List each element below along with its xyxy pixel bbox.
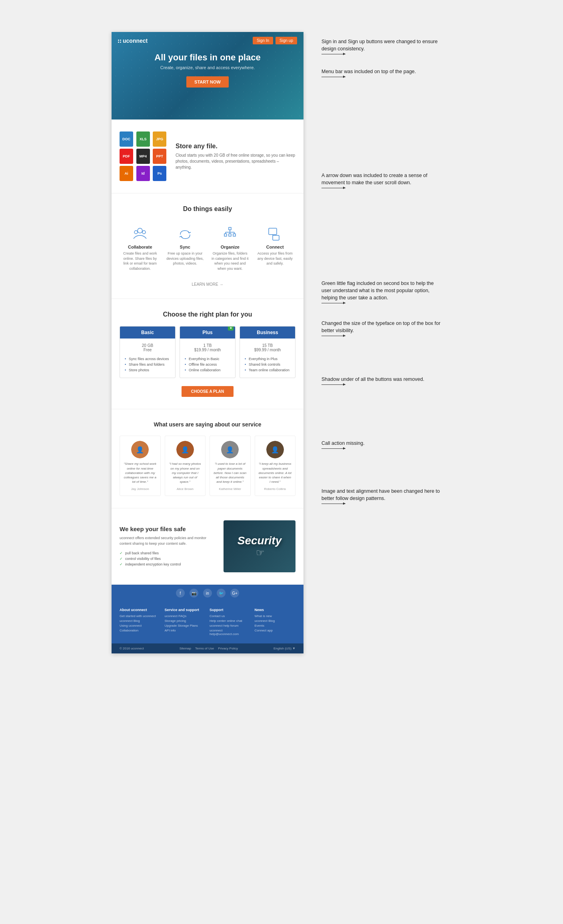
footer-link[interactable]: uconnect help forum (210, 624, 251, 627)
choose-plan-button[interactable]: CHOOSE A PLAN (182, 386, 234, 397)
features-grid: Collaborate Create files and work online… (120, 222, 295, 274)
footer-link[interactable]: Events (255, 624, 296, 627)
footer-link[interactable]: Storage pricing (165, 619, 206, 623)
footer-col-about-title: About uconnect (120, 608, 161, 612)
avatar-1: 👤 (131, 441, 149, 458)
pricing-body-basic: 20 GB Free Sync files across devices Sha… (120, 339, 175, 378)
features-section: Do things easily Collaborate Create file… (112, 193, 303, 299)
footer-col-service: Service and support uconnect FAQs Storag… (165, 608, 206, 637)
pricing-feature: Online collaboration (185, 367, 230, 373)
linkedin-icon[interactable]: in (203, 589, 212, 597)
footer-col-about: About uconnect Get started with uconnect… (120, 608, 161, 637)
testimonial-text-4: "I keep all my business spreadsheets and… (258, 462, 292, 484)
footer-link[interactable]: Collaboration (120, 629, 161, 632)
features-title: Do things easily (120, 205, 295, 213)
testimonial-card-4: 👤 "I keep all my business spreadsheets a… (255, 436, 296, 496)
sync-icon (175, 225, 195, 241)
file-icon-xls: XLS (136, 131, 150, 147)
footer-language[interactable]: English (US) ▼ (274, 647, 295, 650)
footer-link[interactable]: Using uconnect (120, 624, 161, 627)
pricing-card-plus: Plus ★ 1 TB $19.99 / month Everything in… (180, 326, 236, 378)
footer-link[interactable]: API info (165, 629, 206, 632)
footer-link[interactable]: uconnect Blog (255, 619, 296, 623)
avatar-4: 👤 (266, 441, 284, 458)
security-title: We keep your files safe (120, 526, 216, 532)
avatar-3: 👤 (221, 441, 239, 458)
svg-point-2 (142, 231, 146, 234)
svg-rect-13 (273, 235, 279, 240)
annotation-3: A arrow down was included to create a se… (321, 172, 441, 188)
annotation-7-text: Call action missing. (321, 440, 441, 447)
header-section: uconnect Sign In Sign up All your files … (112, 32, 303, 119)
connect-desc: Access your files from any device fast, … (256, 251, 294, 266)
security-image-text: Security (238, 534, 282, 547)
file-icon-ppt: PPT (153, 149, 166, 164)
pricing-title: Choose the right plan for you (120, 311, 295, 318)
footer-link[interactable]: uconnect Blog (120, 619, 161, 623)
facebook-icon[interactable]: f (176, 589, 185, 597)
learn-more-link[interactable]: LEARN MORE → (120, 282, 295, 287)
svg-point-0 (138, 228, 142, 233)
security-image: Security ☞ (224, 520, 295, 572)
footer-sitemap-link[interactable]: Sitemap (180, 647, 191, 650)
logo-text: uconnect (123, 38, 148, 44)
footer-link[interactable]: Contact us (210, 614, 251, 618)
pricing-features-business: Everything in Plus Shared link controls … (245, 356, 290, 373)
pricing-feature: Sync files across devices (125, 356, 170, 362)
testimonials-title: What users are saying about our service (120, 421, 295, 428)
testimonial-text-1: "Share my school work online for real-ti… (123, 462, 157, 484)
footer-bottom-links: Sitemap Terms of Use Privacy Policy (180, 647, 238, 650)
file-icon-pdf: PDF (120, 149, 133, 164)
pricing-feature: Everything in Basic (185, 356, 230, 362)
annotation-4: Green little flag included on second box… (321, 280, 441, 303)
annotation-4-text: Green little flag included on second box… (321, 280, 441, 301)
file-icons-grid: DOC XLS JPG PDF MP4 PPT Ai Id Ps (120, 131, 168, 181)
footer-link[interactable]: Connect app (255, 629, 296, 632)
store-section: DOC XLS JPG PDF MP4 PPT Ai Id Ps Store a… (112, 119, 303, 193)
footer-links: About uconnect Get started with uconnect… (112, 601, 303, 643)
hero-content: All your files in one place Create, orga… (118, 52, 297, 88)
testimonial-text-2: "I had so many photos on my phone and on… (168, 462, 202, 484)
footer-link[interactable]: Upgrade Storage Plans (165, 624, 206, 627)
footer-terms-link[interactable]: Terms of Use (195, 647, 214, 650)
annotation-6-text: Shadow under of all the buttons was remo… (321, 376, 441, 383)
footer-col-support: Support Contact us Help center online ch… (210, 608, 251, 637)
pricing-card-basic: Basic 20 GB Free Sync files across devic… (120, 326, 176, 378)
pricing-features-basic: Sync files across devices Share files an… (125, 356, 170, 373)
annotation-1: Sign in and Sign up buttons were changed… (321, 38, 441, 54)
connect-icon (265, 225, 285, 241)
testimonial-name-3: Katherine Miller (213, 487, 247, 491)
pricing-section: Choose the right plan for you Basic 20 G… (112, 299, 303, 409)
security-feature-1: pull back shared files (120, 550, 216, 556)
pricing-feature: Everything in Plus (245, 356, 290, 362)
googleplus-icon[interactable]: G+ (230, 589, 239, 597)
svg-rect-4 (224, 234, 227, 236)
twitter-icon[interactable]: 🐦 (217, 589, 226, 597)
footer-link[interactable]: uconnect FAQs (165, 614, 206, 618)
file-icon-mp4: MP4 (136, 149, 150, 164)
security-feature-3: independent encryption key control (120, 562, 216, 567)
footer-privacy-link[interactable]: Privacy Policy (218, 647, 238, 650)
signup-button[interactable]: Sign up (276, 37, 297, 44)
pricing-price-plus: 1 TB $19.99 / month (185, 343, 230, 352)
connect-title: Connect (256, 245, 294, 249)
start-now-button[interactable]: START NOW (186, 76, 229, 88)
instagram-icon[interactable]: 📷 (190, 589, 198, 597)
footer-link[interactable]: Help center online chat (210, 619, 251, 623)
testimonial-name-4: Roberto Collins (258, 487, 292, 491)
footer-link[interactable]: uconnect help@uconnect.com (210, 629, 251, 636)
pricing-header-basic: Basic (120, 327, 175, 339)
security-text: We keep your files safe uconnect offers … (120, 526, 216, 567)
footer-link[interactable]: What is new (255, 614, 296, 618)
file-icon-ps: Ps (153, 166, 166, 181)
pricing-card-business: Business 15 TB $99.99 / month Everything… (240, 326, 295, 378)
pricing-body-plus: 1 TB $19.99 / month Everything in Basic … (180, 339, 235, 378)
pricing-feature: Offline file access (185, 362, 230, 367)
collaborate-icon (130, 225, 150, 241)
footer-col-news: News What is new uconnect Blog Events Co… (255, 608, 296, 637)
pricing-header-plus: Plus ★ (180, 327, 235, 339)
svg-rect-3 (229, 227, 231, 230)
signin-button[interactable]: Sign In (253, 37, 273, 44)
pricing-feature: Store photos (125, 367, 170, 373)
footer-link[interactable]: Get started with uconnect (120, 614, 161, 618)
